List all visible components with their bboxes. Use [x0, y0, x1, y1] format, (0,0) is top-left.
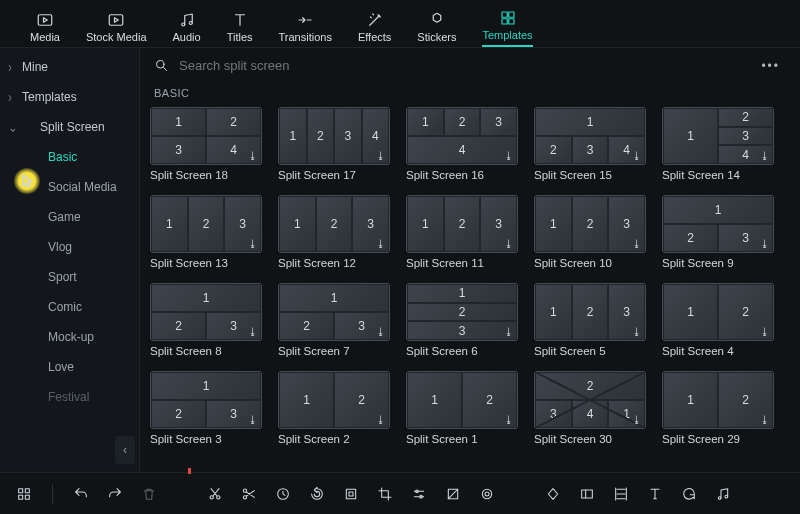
- template-thumbnail: 12⭳: [278, 371, 390, 429]
- redo-icon[interactable]: [107, 486, 123, 502]
- download-icon[interactable]: ⭳: [248, 150, 258, 161]
- template-card[interactable]: 123⭳Split Screen 6: [406, 283, 518, 357]
- delete-icon[interactable]: [141, 486, 157, 502]
- download-icon[interactable]: ⭳: [376, 150, 386, 161]
- template-card[interactable]: 1234⭳Split Screen 16: [406, 107, 518, 181]
- template-thumbnail: 2341⭳: [534, 371, 646, 429]
- layout-cell: 2: [316, 196, 353, 252]
- audio-icon: [178, 11, 196, 29]
- layout-cell: 1: [279, 196, 316, 252]
- download-icon[interactable]: ⭳: [504, 326, 514, 337]
- tab-media[interactable]: Media: [30, 11, 60, 47]
- template-card[interactable]: 123⭳Split Screen 3: [150, 371, 262, 445]
- undo-icon[interactable]: [73, 486, 89, 502]
- fit-icon[interactable]: [343, 486, 359, 502]
- layout-cell: 1: [535, 196, 572, 252]
- text-icon[interactable]: [647, 486, 663, 502]
- sidebar-item-mine[interactable]: Mine: [0, 52, 139, 82]
- more-button[interactable]: •••: [761, 59, 786, 73]
- section-label: BASIC: [140, 83, 800, 107]
- template-card[interactable]: 2341⭳Split Screen 30: [534, 371, 646, 445]
- template-card[interactable]: 1234⭳Split Screen 17: [278, 107, 390, 181]
- download-icon[interactable]: ⭳: [504, 238, 514, 249]
- template-card[interactable]: 123⭳Split Screen 11: [406, 195, 518, 269]
- svg-rect-0: [38, 15, 52, 26]
- sidebar-sub-sport[interactable]: Sport: [0, 262, 139, 292]
- template-thumbnail: 123⭳: [278, 283, 390, 341]
- sidebar-collapse-button[interactable]: ‹: [115, 436, 135, 464]
- download-icon[interactable]: ⭳: [504, 150, 514, 161]
- tab-stock-media[interactable]: Stock Media: [86, 11, 147, 47]
- align-icon[interactable]: [613, 486, 629, 502]
- sidebar-sub-basic[interactable]: Basic: [0, 142, 139, 172]
- tab-effects[interactable]: Effects: [358, 11, 391, 47]
- tab-audio[interactable]: Audio: [173, 11, 201, 47]
- download-icon[interactable]: ⭳: [632, 326, 642, 337]
- download-icon[interactable]: ⭳: [376, 238, 386, 249]
- download-icon[interactable]: ⭳: [760, 238, 770, 249]
- sidebar-sub-love[interactable]: Love: [0, 352, 139, 382]
- template-card[interactable]: 123⭳Split Screen 10: [534, 195, 646, 269]
- template-card[interactable]: 123⭳Split Screen 12: [278, 195, 390, 269]
- template-card[interactable]: 123⭳Split Screen 13: [150, 195, 262, 269]
- sidebar-sub-mockup[interactable]: Mock-up: [0, 322, 139, 352]
- sidebar: Mine Templates Split Screen Basic Social…: [0, 48, 140, 472]
- download-icon[interactable]: ⭳: [504, 414, 514, 425]
- grid-view-icon[interactable]: [16, 486, 32, 502]
- template-card[interactable]: 1234⭳Split Screen 14: [662, 107, 774, 181]
- download-icon[interactable]: ⭳: [760, 414, 770, 425]
- layout-cell: 1: [407, 108, 444, 136]
- download-icon[interactable]: ⭳: [632, 414, 642, 425]
- svg-point-2: [181, 23, 184, 26]
- sidebar-sub-festival[interactable]: Festival: [0, 382, 139, 412]
- download-icon[interactable]: ⭳: [632, 150, 642, 161]
- layout-cell: 1: [151, 372, 261, 400]
- template-card[interactable]: 123⭳Split Screen 9: [662, 195, 774, 269]
- tab-stickers[interactable]: Stickers: [417, 11, 456, 47]
- download-icon[interactable]: ⭳: [248, 326, 258, 337]
- scissors-icon[interactable]: [241, 486, 257, 502]
- adjust-icon[interactable]: [411, 486, 427, 502]
- music-icon[interactable]: [715, 486, 731, 502]
- download-icon[interactable]: ⭳: [248, 238, 258, 249]
- template-card[interactable]: 12⭳Split Screen 4: [662, 283, 774, 357]
- template-card[interactable]: 12⭳Split Screen 1: [406, 371, 518, 445]
- stock-icon: [107, 11, 125, 29]
- svg-point-8: [157, 61, 165, 69]
- download-icon[interactable]: ⭳: [376, 326, 386, 337]
- template-card[interactable]: 12⭳Split Screen 29: [662, 371, 774, 445]
- download-icon[interactable]: ⭳: [760, 326, 770, 337]
- template-title: Split Screen 15: [534, 169, 646, 181]
- speed-icon[interactable]: [275, 486, 291, 502]
- search-input[interactable]: [179, 58, 751, 73]
- mask-icon[interactable]: [479, 486, 495, 502]
- sidebar-sub-vlog[interactable]: Vlog: [0, 232, 139, 262]
- panel-icon[interactable]: [579, 486, 595, 502]
- template-thumbnail: 123⭳: [150, 195, 262, 253]
- template-card[interactable]: 123⭳Split Screen 5: [534, 283, 646, 357]
- sidebar-sub-game[interactable]: Game: [0, 202, 139, 232]
- template-title: Split Screen 8: [150, 345, 262, 357]
- tab-templates[interactable]: Templates: [482, 9, 532, 47]
- tab-titles[interactable]: Titles: [227, 11, 253, 47]
- template-card[interactable]: 123⭳Split Screen 8: [150, 283, 262, 357]
- download-icon[interactable]: ⭳: [376, 414, 386, 425]
- crop-icon[interactable]: [377, 486, 393, 502]
- template-card[interactable]: 123⭳Split Screen 7: [278, 283, 390, 357]
- cut-icon[interactable]: [207, 486, 223, 502]
- sidebar-sub-comic[interactable]: Comic: [0, 292, 139, 322]
- rotate-icon[interactable]: [309, 486, 325, 502]
- template-card[interactable]: 1234⭳Split Screen 18: [150, 107, 262, 181]
- refresh-icon[interactable]: [681, 486, 697, 502]
- download-icon[interactable]: ⭳: [632, 238, 642, 249]
- sidebar-item-templates[interactable]: Templates: [0, 82, 139, 112]
- keyframe-icon[interactable]: [545, 486, 561, 502]
- color-icon[interactable]: [445, 486, 461, 502]
- template-thumbnail: 1234⭳: [406, 107, 518, 165]
- download-icon[interactable]: ⭳: [760, 150, 770, 161]
- template-card[interactable]: 1234⭳Split Screen 15: [534, 107, 646, 181]
- template-card[interactable]: 12⭳Split Screen 2: [278, 371, 390, 445]
- tab-transitions[interactable]: Transitions: [279, 11, 332, 47]
- sidebar-item-split-screen[interactable]: Split Screen: [0, 112, 139, 142]
- download-icon[interactable]: ⭳: [248, 414, 258, 425]
